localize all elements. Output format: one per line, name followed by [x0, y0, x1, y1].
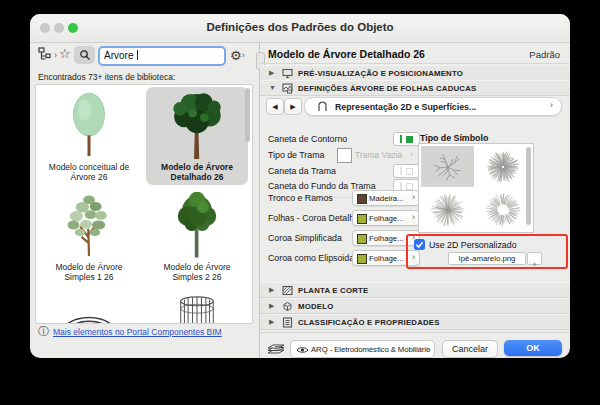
custom-2d-filename: Ipê-amarelo.png: [448, 252, 526, 265]
param-label: Coroa como Elipsoidal: [268, 253, 356, 263]
search-input-wrap: [98, 45, 226, 65]
trunk-material-button[interactable]: Madeira... ›: [352, 190, 420, 206]
symbol-option[interactable]: [476, 189, 529, 230]
fill-pen-picker[interactable]: [393, 164, 420, 178]
arrow-left-icon: ◀: [272, 103, 277, 110]
layers-icon: [266, 341, 286, 355]
foliage-material-swatch: [357, 234, 367, 244]
contour-pen-picker[interactable]: [393, 132, 420, 146]
fill-type-chevron-icon: ›: [410, 150, 413, 159]
pen-color-swatch: [406, 168, 413, 175]
star-icon: ☆: [59, 46, 71, 61]
material-value: Folhage...: [369, 254, 404, 263]
library-item-label: Modelo de Árvore Detalhado 26: [146, 162, 248, 185]
section-label: DEFINIÇÕES ÁRVORE DE FOLHAS CADUCAS: [298, 84, 476, 93]
selected-object-title: Modelo de Árvore Detalhado 26: [268, 48, 425, 60]
section-model[interactable]: ▶ MODELO: [260, 298, 570, 314]
ok-button[interactable]: OK: [504, 340, 562, 356]
param-label: Caneta de Contorno: [268, 134, 347, 144]
disclosure-collapsed-icon: ▶: [269, 302, 274, 309]
section-label: CLASSIFICAÇÃO E PROPRIEDADES: [298, 318, 440, 327]
results-count-label: Encontrados 73+ itens de biblioteca:: [38, 72, 175, 82]
library-item-label: Modelo conceitual de Árvore 26: [38, 162, 140, 185]
folder-tree-icon: [38, 47, 55, 61]
wood-material-swatch: [357, 194, 367, 204]
list-item[interactable]: [146, 287, 248, 324]
search-icon: [79, 49, 91, 61]
dense-burst-symbol-icon: [483, 148, 523, 186]
library-item-label: Modelo de Árvore Simples 1 26: [38, 262, 140, 285]
list-item[interactable]: Modelo de Árvore Simples 2 26: [146, 187, 248, 285]
library-results-grid: Modelo conceitual de Árvore 26: [35, 84, 253, 324]
page-selector-chevron-icon: ›: [550, 101, 553, 110]
cancel-button[interactable]: Cancelar: [442, 340, 498, 358]
custom-2d-highlight: Use 2D Personalizado Ipê-amarelo.png ›: [406, 234, 568, 269]
header-divider: [260, 63, 570, 64]
section-label: PLANTA E CORTE: [298, 286, 368, 295]
symbol-option[interactable]: [476, 146, 529, 187]
layer-chevron-icon: ›: [426, 345, 429, 354]
object-settings-icon: [282, 83, 293, 94]
use-custom-2d-checkbox[interactable]: [414, 239, 425, 250]
folder-view-chevron-icon: ›: [54, 51, 57, 60]
material-chevron-icon: ›: [412, 213, 415, 222]
folder-view-button[interactable]: [38, 47, 55, 61]
layer-dropdown[interactable]: ARQ - Eletrodoméstico & Mobiliário ›: [290, 340, 435, 358]
disclosure-collapsed-icon: ▶: [269, 69, 274, 76]
star-burst-symbol-icon: [428, 191, 468, 229]
file-chevron-icon: ›: [533, 259, 536, 269]
default-badge: Padrão: [529, 49, 560, 60]
param-label: Caneta da Trama: [268, 166, 336, 176]
section-preview[interactable]: ▶ PRÉ-VISUALIZAÇÃO E POSICIONAMENTO: [260, 65, 570, 81]
list-item-selected[interactable]: Modelo de Árvore Detalhado 26: [146, 87, 248, 185]
symbol-scrollbar-thumb[interactable]: [526, 147, 531, 225]
tree-guard-thumbnail: [149, 288, 245, 324]
pen-line-swatch: [400, 182, 402, 190]
search-mode-button[interactable]: [74, 46, 95, 64]
dialog-title: Definições dos Padrões do Objeto: [30, 21, 570, 33]
search-input[interactable]: [98, 46, 226, 66]
eye-icon: [296, 346, 309, 354]
more-elements-row: ⓘ Mais elementos no Portal Componentes B…: [38, 326, 222, 337]
section-plan-section[interactable]: ▶ PLANTA E CORTE: [260, 282, 570, 298]
search-settings-button[interactable]: ⚙ ›: [230, 46, 256, 64]
fill-type-swatch[interactable]: [337, 148, 352, 163]
gear-chevron-icon: ›: [242, 51, 245, 60]
favorites-button[interactable]: ☆: [59, 46, 71, 61]
leaves-material-button[interactable]: Folhage... ›: [352, 210, 420, 226]
list-item[interactable]: Modelo de Árvore Simples 1 26: [38, 187, 140, 285]
symbol-type-list: [418, 143, 534, 233]
list-item[interactable]: [38, 287, 140, 324]
plan-section-icon: [282, 285, 293, 296]
arc-bench-thumbnail: [41, 288, 137, 324]
browse-file-button[interactable]: ›: [527, 252, 542, 265]
material-chevron-icon: ›: [412, 193, 415, 202]
symbol-option[interactable]: [421, 189, 474, 230]
pen-line-swatch: [400, 135, 402, 143]
gear-icon: ⚙: [230, 48, 242, 63]
library-toolbar: › ☆ ⚙ ›: [30, 44, 259, 68]
param-label: Tronco e Ramos: [268, 193, 333, 203]
page-selector[interactable]: Representação 2D e Superfícies... ›: [304, 97, 562, 116]
preview-icon: [282, 68, 293, 79]
bim-portal-link[interactable]: Mais elementos no Portal Componentes BIM: [53, 327, 222, 337]
list-item[interactable]: Modelo conceitual de Árvore 26: [38, 87, 140, 185]
hanger-icon: [318, 101, 327, 112]
object-settings-dialog: Definições dos Padrões do Objeto › ☆: [30, 14, 570, 358]
properties-list-icon: [282, 317, 293, 328]
material-value: Folhage...: [369, 214, 404, 223]
material-value: Madeira...: [369, 194, 404, 203]
nav-back-button[interactable]: ◀: [266, 98, 284, 115]
nav-forward-button[interactable]: ▶: [284, 98, 302, 115]
section-classification[interactable]: ▶ CLASSIFICAÇÃO E PROPRIEDADES: [260, 314, 570, 330]
page-selector-label: Representação 2D e Superfícies...: [335, 102, 476, 112]
library-item-label: Modelo de Árvore Simples 2 26: [146, 262, 248, 285]
library-scrollbar-thumb[interactable]: [245, 88, 250, 142]
symbol-option-selected[interactable]: [421, 146, 474, 187]
info-icon: ⓘ: [38, 326, 49, 337]
cube-icon: [282, 301, 293, 312]
fill-type-value: Trama Vazia: [355, 150, 402, 160]
checkmark-icon: [414, 239, 425, 250]
simple-tree-1-thumbnail: [41, 188, 137, 262]
parameter-page-navigator: ◀ ▶ Representação 2D e Superfícies... ›: [260, 94, 570, 120]
